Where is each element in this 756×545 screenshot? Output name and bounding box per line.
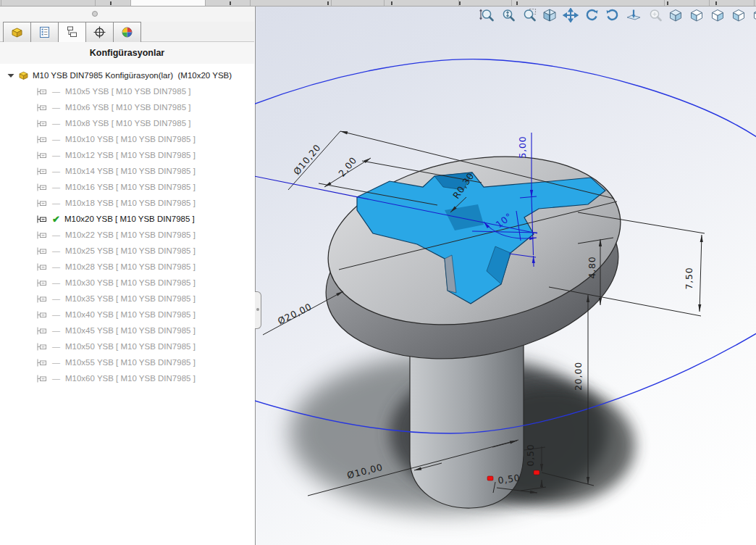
- tab-displaymanager[interactable]: [114, 22, 141, 43]
- panel-resize-grip[interactable]: [92, 11, 98, 17]
- config-item-label: M10x50 YSB [ M10 YSB DIN7985 ]: [65, 342, 196, 351]
- configuration-icon: [36, 199, 48, 208]
- manager-panel: Konfigürasyonlar M10 YSB DIN7985 Konfigü…: [0, 7, 254, 545]
- inactive-config-dash: —: [52, 326, 60, 335]
- config-item[interactable]: —M10x30 YSB [ M10 YSB DIN7985 ]: [0, 275, 254, 291]
- inactive-config-dash: —: [52, 358, 60, 367]
- config-item[interactable]: —M10x12 YSB [ M10 YSB DIN7985 ]: [0, 147, 254, 163]
- config-item[interactable]: —M10x5 YSB [ M10 YSB DIN7985 ]: [0, 83, 254, 99]
- zoom-to-area-icon[interactable]: [520, 8, 537, 24]
- config-item[interactable]: —M10x8 YSB [ M10 YSB DIN7985 ]: [0, 115, 254, 131]
- tab-featuremanager[interactable]: [3, 22, 31, 43]
- zoom-to-fit-icon[interactable]: [478, 8, 495, 24]
- config-item-label: M10x12 YSB [ M10 YSB DIN7985 ]: [65, 151, 196, 159]
- config-item-label: M10x5 YSB [ M10 YSB DIN7985 ]: [65, 87, 190, 96]
- section-view-icon[interactable]: [541, 8, 558, 24]
- configuration-icon: [36, 246, 48, 256]
- zoom-in-out-icon[interactable]: [499, 8, 516, 24]
- red-dimension-marker: [487, 476, 493, 480]
- config-item[interactable]: —M10x25 YSB [ M10 YSB DIN7985 ]: [0, 243, 254, 259]
- inactive-config-dash: —: [52, 103, 60, 112]
- dimension-label[interactable]: 5,00: [517, 136, 528, 158]
- config-item-label: M10x14 YSB [ M10 YSB DIN7985 ]: [65, 167, 196, 175]
- config-item-label: M10x22 YSB [ M10 YSB DIN7985 ]: [65, 230, 196, 239]
- configuration-icon: [36, 183, 48, 192]
- dimension-label[interactable]: 20,00: [573, 362, 584, 391]
- dimension-label[interactable]: 0,50: [525, 444, 536, 466]
- config-item[interactable]: —M10x16 YSB [ M10 YSB DIN7985 ]: [0, 179, 254, 195]
- inactive-config-dash: —: [52, 374, 60, 383]
- config-item[interactable]: —M10x10 YSB [ M10 YSB DIN7985 ]: [0, 131, 254, 147]
- configuration-icon: [36, 358, 48, 367]
- display-sphere-icon: [120, 25, 134, 39]
- config-item[interactable]: —M10x22 YSB [ M10 YSB DIN7985 ]: [0, 227, 254, 243]
- configuration-icon: [36, 87, 48, 96]
- inactive-config-dash: —: [52, 230, 60, 239]
- configuration-icon: [36, 103, 48, 112]
- config-item-label: M10x10 YSB [ M10 YSB DIN7985 ]: [65, 135, 196, 143]
- config-item[interactable]: —M10x14 YSB [ M10 YSB DIN7985 ]: [0, 163, 254, 179]
- dimxpert-target-icon: [93, 25, 106, 39]
- model-scene[interactable]: [255, 7, 756, 545]
- config-item[interactable]: —M10x60 YSB [ M10 YSB DIN7985 ]: [0, 370, 254, 386]
- panel-top-area: [0, 7, 254, 22]
- config-item[interactable]: —M10x35 YSB [ M10 YSB DIN7985 ]: [0, 291, 254, 307]
- inactive-config-dash: —: [52, 294, 60, 303]
- config-item[interactable]: ✔M10x20 YSB [ M10 YSB DIN7985 ]: [0, 211, 254, 227]
- panel-splitter-handle[interactable]: [255, 291, 261, 329]
- active-command-tab-fragment[interactable]: [130, 0, 205, 6]
- config-item-label: M10x18 YSB [ M10 YSB DIN7985 ]: [65, 199, 196, 207]
- inactive-config-dash: —: [52, 342, 60, 351]
- inactive-config-dash: —: [52, 310, 60, 319]
- magnifier-icon[interactable]: [646, 8, 663, 24]
- config-item[interactable]: —M10x55 YSB [ M10 YSB DIN7985 ]: [0, 354, 254, 370]
- config-item-label: M10x8 YSB [ M10 YSB DIN7985 ]: [65, 119, 190, 128]
- inactive-config-dash: —: [52, 246, 60, 255]
- config-item-label: M10x20 YSB [ M10 YSB DIN7985 ]: [64, 215, 195, 223]
- view-cube-right-icon[interactable]: [709, 8, 726, 24]
- configuration-icon: [36, 135, 48, 144]
- view-cube-iso-icon[interactable]: [667, 8, 684, 24]
- red-dimension-marker: [534, 470, 539, 475]
- view-cube-back-icon[interactable]: [730, 8, 747, 24]
- view-cube-left-icon[interactable]: [688, 8, 705, 24]
- configuration-icon: [36, 374, 48, 383]
- tab-configurationmanager[interactable]: [59, 22, 86, 43]
- manager-tabbar: [0, 22, 254, 42]
- config-item-label: M10x35 YSB [ M10 YSB DIN7985 ]: [65, 294, 196, 303]
- configuration-icon: [36, 151, 48, 160]
- config-item-label: M10x40 YSB [ M10 YSB DIN7985 ]: [65, 310, 196, 319]
- tab-dimxpertmanager[interactable]: [86, 22, 114, 43]
- dimension-label[interactable]: 4,80: [587, 256, 597, 278]
- inactive-config-dash: —: [52, 167, 60, 175]
- configuration-icon: [36, 326, 48, 336]
- configuration-icon: [36, 215, 48, 224]
- config-item[interactable]: —M10x18 YSB [ M10 YSB DIN7985 ]: [0, 195, 254, 211]
- config-item[interactable]: —M10x6 YSB [ M10 YSB DIN7985 ]: [0, 99, 254, 115]
- config-item-label: M10x30 YSB [ M10 YSB DIN7985 ]: [65, 278, 196, 287]
- configuration-icon: [36, 310, 48, 320]
- config-item[interactable]: —M10x40 YSB [ M10 YSB DIN7985 ]: [0, 307, 254, 323]
- tab-propertymanager[interactable]: [31, 22, 59, 43]
- configuration-icon: [36, 278, 48, 288]
- rotate-view-icon[interactable]: [583, 8, 600, 24]
- roll-view-icon[interactable]: [604, 8, 621, 24]
- command-tabs-strip: [0, 0, 756, 7]
- config-item[interactable]: —M10x45 YSB [ M10 YSB DIN7985 ]: [0, 323, 254, 338]
- configuration-icon: [36, 262, 48, 272]
- expand-arrow-icon[interactable]: [6, 70, 16, 80]
- config-item-label: M10x60 YSB [ M10 YSB DIN7985 ]: [65, 374, 196, 383]
- inactive-config-dash: —: [52, 278, 60, 287]
- view-cube-top-icon[interactable]: [751, 8, 756, 24]
- pan-icon[interactable]: [562, 8, 579, 24]
- configuration-icon: [36, 167, 48, 176]
- dimension-label[interactable]: 7,50: [684, 267, 694, 289]
- config-item-label: M10x16 YSB [ M10 YSB DIN7985 ]: [65, 183, 196, 191]
- inactive-config-dash: —: [52, 87, 60, 96]
- configurations-icon: [65, 25, 79, 39]
- part-icon: [10, 25, 24, 39]
- normal-to-icon[interactable]: [625, 8, 642, 24]
- config-tree-root[interactable]: M10 YSB DIN7985 Konfigürasyon(lar) (M10x…: [0, 67, 254, 83]
- config-item[interactable]: —M10x50 YSB [ M10 YSB DIN7985 ]: [0, 338, 254, 354]
- config-item[interactable]: —M10x28 YSB [ M10 YSB DIN7985 ]: [0, 259, 254, 275]
